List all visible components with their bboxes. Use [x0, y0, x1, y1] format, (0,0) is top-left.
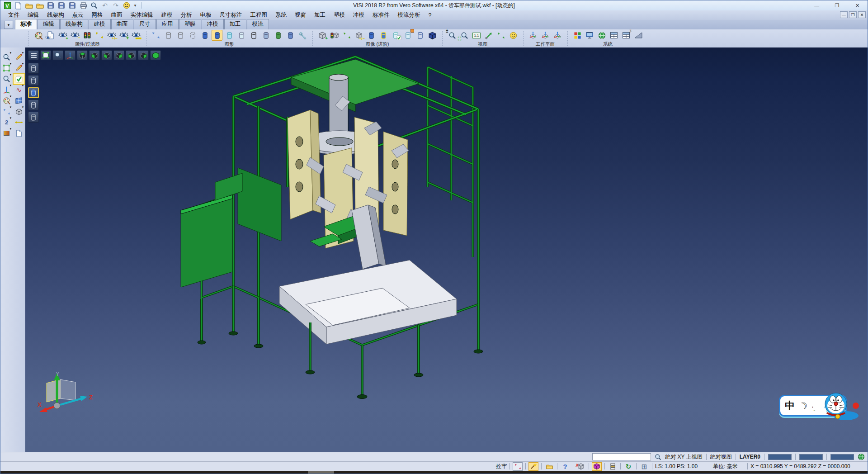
hide-all-eye-icon[interactable]: ▬: [131, 30, 142, 41]
menu-system[interactable]: 系统: [271, 10, 291, 20]
refresh-visibility-eye-icon[interactable]: [94, 30, 105, 41]
status-search-input[interactable]: [592, 453, 651, 460]
menu-wireframe[interactable]: 线架构: [43, 10, 68, 20]
units-readout[interactable]: 单位: 毫米: [713, 463, 745, 470]
zoom-arrow-icon[interactable]: [483, 30, 494, 41]
active-layer-label[interactable]: LAYER0: [740, 454, 760, 460]
table-settings-icon[interactable]: [609, 30, 619, 41]
model-viewport[interactable]: Y X Z 中 ☽ ’。 👕: [25, 47, 868, 452]
show-all-eye-icon[interactable]: +: [118, 30, 129, 41]
minimize-button[interactable]: —: [807, 0, 827, 10]
menu-help[interactable]: ?: [425, 11, 436, 19]
menu-mold[interactable]: 塑模: [330, 10, 349, 20]
view-cube-iso-icon[interactable]: [150, 50, 161, 60]
menu-drawing[interactable]: 工程图: [246, 10, 272, 20]
tab-stamping[interactable]: 冲模: [202, 19, 224, 29]
zebra-cylinder-icon[interactable]: [378, 30, 389, 41]
monitor-settings-icon[interactable]: [584, 30, 595, 41]
qat-more-dropdown-icon[interactable]: ▼: [133, 4, 137, 8]
ghost-cylinder-icon[interactable]: [248, 30, 259, 41]
menu-dimension[interactable]: 尺寸标注: [216, 10, 246, 20]
view-cube-top-icon[interactable]: [77, 50, 88, 60]
ime-mode-chinese[interactable]: 中: [785, 399, 795, 412]
save-as-icon[interactable]: [57, 2, 66, 9]
ime-fullhalf-moon-icon[interactable]: ☽: [797, 399, 809, 412]
menu-standard-parts[interactable]: 标准件: [368, 10, 394, 20]
tab-dimension[interactable]: 尺寸: [134, 19, 156, 29]
dynamic-view-cube-icon[interactable]: [427, 30, 438, 41]
tab-application[interactable]: 应用: [156, 19, 179, 29]
new-sheet-icon[interactable]: [14, 128, 24, 138]
menu-analysis[interactable]: 分析: [177, 10, 196, 20]
solid-view-icon[interactable]: [592, 462, 602, 471]
shaded-edges-mode-icon[interactable]: [28, 100, 39, 110]
record-macro-icon[interactable]: [513, 462, 523, 471]
tab-edit[interactable]: 编辑: [38, 19, 60, 29]
view-frame-icon[interactable]: ▼: [1, 63, 12, 73]
menu-mesh[interactable]: 网格: [88, 10, 107, 20]
view-cube-right-icon[interactable]: [126, 50, 137, 60]
color-swatch-2[interactable]: [799, 454, 823, 460]
view-menu-lines-icon[interactable]: [28, 50, 39, 60]
confirm-check-icon[interactable]: [14, 74, 24, 84]
menu-modeling[interactable]: 建模: [157, 10, 177, 20]
multi-render-icon[interactable]: [273, 30, 283, 41]
erase-pencil-icon[interactable]: ▼: [14, 52, 24, 62]
tab-flow[interactable]: 模流: [247, 19, 269, 29]
measure-ruler-icon[interactable]: [14, 117, 24, 128]
color-settings-icon[interactable]: [572, 30, 583, 41]
flat-shade-cylinder-icon[interactable]: [199, 30, 210, 41]
zoom-all-icon[interactable]: ⛶: [459, 30, 470, 41]
add-solids-icon[interactable]: +: [317, 30, 328, 41]
mdi-minimize-button[interactable]: —: [840, 11, 848, 18]
color-swatch-3[interactable]: [830, 454, 854, 460]
globe-settings-icon[interactable]: [596, 30, 607, 41]
view-cube-back-icon[interactable]: [138, 50, 149, 60]
grid-window-icon[interactable]: ⊞: [639, 462, 649, 471]
print-icon[interactable]: [79, 2, 87, 9]
menu-surface[interactable]: 曲面: [107, 10, 127, 20]
dashed-hidden-cylinder-icon[interactable]: [187, 30, 198, 41]
view-cube-left-icon[interactable]: [101, 50, 112, 60]
zoom-window-icon[interactable]: ▼: [1, 52, 12, 62]
solids-filter-traffic-icon[interactable]: [329, 30, 340, 41]
shaded-cylinder-icon[interactable]: [212, 30, 222, 41]
wireframe-mode-icon[interactable]: [28, 63, 39, 74]
menu-pointcloud[interactable]: 点云: [68, 10, 88, 20]
view-mode-label[interactable]: 绝对 XY 上视图: [665, 453, 702, 461]
axis-origin-icon[interactable]: [65, 50, 75, 60]
menu-solid-edit[interactable]: 实体编辑: [127, 10, 157, 20]
save-icon[interactable]: [47, 2, 55, 9]
rotate-view-icon[interactable]: ↻: [623, 462, 633, 471]
shaded-mode-icon[interactable]: [28, 87, 39, 98]
close-button[interactable]: ✕: [847, 0, 868, 10]
maximize-button[interactable]: ❐: [827, 0, 847, 10]
refresh-view-icon[interactable]: [495, 30, 506, 41]
toggle-solids-icon[interactable]: +/−: [354, 30, 364, 41]
print-preview-icon[interactable]: [90, 2, 98, 9]
hidden-line-cylinder-icon[interactable]: [175, 30, 186, 41]
mdi-close-button[interactable]: ✕: [858, 11, 866, 18]
undo-icon[interactable]: ↶: [101, 2, 109, 9]
new-file-icon[interactable]: [14, 2, 22, 9]
redo-icon[interactable]: ↷: [112, 2, 120, 9]
view-cube-front-icon[interactable]: [113, 50, 124, 60]
attributes-palette-icon[interactable]: [33, 30, 44, 41]
shaded-edges-cylinder-icon[interactable]: [224, 30, 235, 41]
analysis-cylinder-icon[interactable]: [366, 30, 377, 41]
pick-card-icon[interactable]: [544, 462, 554, 471]
tab-mold[interactable]: 塑膜: [179, 19, 201, 29]
menu-window[interactable]: 视窗: [291, 10, 310, 20]
menu-machining[interactable]: 加工: [310, 10, 330, 20]
transparent-cylinder-icon[interactable]: [236, 30, 247, 41]
menu-flow-analysis[interactable]: 模流分析: [394, 10, 425, 20]
render-options-icon[interactable]: ✳: [621, 30, 632, 41]
magic-wand-icon[interactable]: [528, 462, 538, 471]
check-cylinder-icon[interactable]: [390, 30, 401, 41]
solid-cube-icon[interactable]: ▼: [14, 106, 24, 117]
zoom-dynamic-icon[interactable]: ▼: [1, 74, 12, 84]
preview-page-icon[interactable]: [45, 30, 56, 41]
status-search-icon[interactable]: [655, 454, 661, 460]
zoom-in-icon[interactable]: ±: [447, 30, 458, 41]
snap-label[interactable]: 拴牢: [496, 463, 507, 470]
